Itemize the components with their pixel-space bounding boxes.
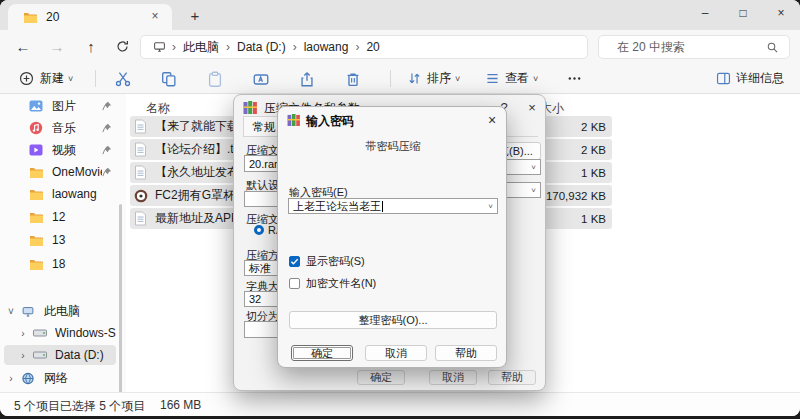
crumb-separator: ›: [290, 40, 300, 54]
ok-button[interactable]: 确定: [357, 370, 405, 385]
details-toggle[interactable]: 详细信息: [709, 66, 790, 91]
sidebar-item-onemovie[interactable]: OneMovie: [4, 162, 116, 182]
chevron-down-icon: ˅: [488, 202, 493, 211]
view-icon: [484, 70, 501, 87]
cancel-button[interactable]: 取消: [365, 345, 427, 361]
checkbox-unchecked-icon: [289, 278, 300, 289]
drive-icon: [30, 323, 50, 343]
folder-icon: [26, 162, 46, 182]
sort-button[interactable]: 排序 ˅: [400, 66, 466, 91]
toolbar-divider: [95, 70, 96, 87]
crumb-separator: ›: [223, 40, 233, 54]
delete-button[interactable]: [338, 66, 368, 91]
more-icon: [566, 70, 583, 87]
cut-icon: [114, 70, 132, 88]
sidebar-item-pictures[interactable]: 图片: [4, 96, 116, 116]
sidebar-item-laowang[interactable]: laowang: [4, 184, 116, 204]
cut-button[interactable]: [108, 66, 138, 91]
music-icon: [26, 118, 46, 138]
address-bar[interactable]: › 此电脑 › Data (D:) › laowang › 20: [140, 35, 588, 59]
show-password-checkbox[interactable]: 显示密码(S): [289, 254, 365, 269]
media-file-icon: [134, 189, 150, 203]
search-input[interactable]: 在 20 中搜索: [598, 35, 790, 59]
cancel-button[interactable]: 取消: [429, 370, 477, 385]
file-size: 170,932 KB: [540, 190, 612, 202]
winrar-icon: [243, 101, 258, 114]
file-size: 2 KB: [540, 144, 612, 156]
password-input[interactable]: 上老王论坛当老王 ˅: [288, 198, 498, 214]
format-rar-radio[interactable]: [254, 225, 264, 235]
close-icon[interactable]: ×: [524, 100, 540, 115]
folder-icon: [26, 184, 46, 204]
back-button[interactable]: ←: [10, 34, 36, 60]
sidebar-item-music[interactable]: 音乐: [4, 118, 116, 138]
organize-passwords-button[interactable]: 整理密码(O)...: [289, 311, 497, 329]
sort-label: 排序: [427, 70, 451, 87]
folder-icon: [26, 254, 46, 274]
help-button[interactable]: 帮助: [488, 370, 536, 385]
chevron-right-icon[interactable]: ›: [4, 373, 18, 384]
text-file-icon: [134, 142, 150, 157]
copy-button[interactable]: [154, 66, 184, 91]
selection-count: 已选择 5 个项目: [60, 398, 145, 415]
breadcrumb-laowang[interactable]: laowang: [300, 40, 353, 54]
tab-20[interactable]: 20 ×: [8, 4, 172, 30]
item-count: 5 个项目: [14, 398, 60, 415]
search-placeholder: 在 20 中搜索: [609, 39, 766, 56]
up-button[interactable]: ↑: [78, 34, 104, 60]
share-icon: [298, 70, 316, 88]
chevron-right-icon[interactable]: ›: [16, 350, 30, 361]
videos-icon: [26, 140, 46, 160]
sidebar-item-label: 此电脑: [44, 303, 116, 320]
new-button[interactable]: 新建 ˅: [10, 66, 79, 91]
pin-icon: [102, 123, 112, 133]
more-button[interactable]: [560, 66, 589, 91]
text-file-icon: [134, 165, 150, 180]
share-button[interactable]: [292, 66, 322, 91]
chevron-down-icon[interactable]: ˅: [4, 306, 18, 317]
ok-button[interactable]: 确定: [291, 345, 353, 361]
toolbar-divider: [390, 70, 391, 87]
chevron-down-icon: ˅: [455, 74, 460, 84]
sidebar-item-videos[interactable]: 视频: [4, 140, 116, 160]
paste-icon: [206, 70, 224, 88]
sidebar-item-label: laowang: [52, 187, 116, 201]
sidebar-item-windows-ssd[interactable]: › Windows-SSD: [4, 323, 116, 343]
sidebar-item-13[interactable]: 13: [4, 230, 116, 250]
view-button[interactable]: 查看 ˅: [478, 66, 544, 91]
close-button[interactable]: ×: [762, 0, 800, 28]
this-pc-icon: [18, 301, 38, 321]
sidebar-item-label: 网络: [44, 370, 116, 387]
maximize-button[interactable]: □: [724, 0, 762, 28]
paste-button[interactable]: [200, 66, 230, 91]
breadcrumb-20[interactable]: 20: [362, 40, 383, 54]
details-pane-icon: [715, 70, 732, 87]
sidebar-item-18[interactable]: 18: [4, 254, 116, 274]
file-size: 1 KB: [540, 167, 612, 179]
pin-icon: [102, 101, 112, 111]
breadcrumb-this-pc[interactable]: 此电脑: [179, 39, 223, 56]
refresh-button[interactable]: [110, 34, 136, 60]
column-header-name[interactable]: 名称: [146, 100, 170, 117]
text-file-icon: [134, 119, 150, 134]
encrypt-names-checkbox[interactable]: 加密文件名(N): [289, 276, 376, 291]
chevron-right-icon[interactable]: ›: [16, 328, 30, 339]
sidebar-item-label: 12: [52, 210, 116, 224]
new-tab-button[interactable]: +: [184, 6, 206, 26]
minimize-button[interactable]: –: [686, 0, 724, 28]
sidebar-item-this-pc[interactable]: ˅ 此电脑: [4, 301, 116, 321]
text-file-icon: [134, 211, 150, 226]
sidebar-item-network[interactable]: › 网络: [4, 368, 116, 388]
sidebar-item-data-d[interactable]: › Data (D:): [4, 345, 116, 365]
forward-button[interactable]: →: [44, 34, 70, 60]
tab-close-icon[interactable]: ×: [146, 8, 164, 26]
rename-button[interactable]: [246, 66, 276, 91]
close-icon[interactable]: ×: [484, 112, 500, 128]
selection-size: 166 MB: [160, 398, 201, 412]
sidebar-item-12[interactable]: 12: [4, 207, 116, 227]
dict-value: 32: [249, 293, 261, 305]
breadcrumb-data-d[interactable]: Data (D:): [233, 40, 290, 54]
help-button[interactable]: 帮助: [435, 345, 497, 361]
sidebar-scrollbar[interactable]: [119, 204, 122, 416]
chevron-down-icon: ˅: [68, 74, 73, 84]
